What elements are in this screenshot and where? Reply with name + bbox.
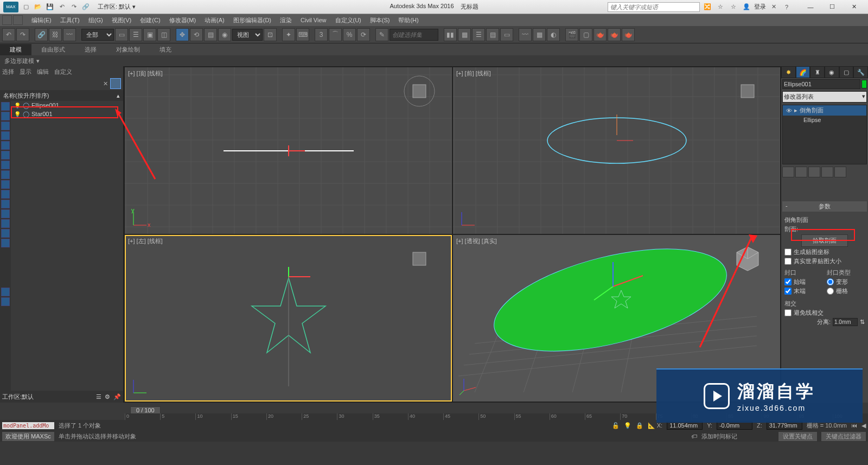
move-icon[interactable]: ✥	[176, 28, 189, 41]
pivot-icon[interactable]: ⊡	[264, 28, 277, 41]
select-region-icon[interactable]: ▣	[143, 28, 156, 41]
user-icon[interactable]: 👤	[741, 2, 752, 12]
maxscript-mini-listener[interactable]: modPanel.addMo	[2, 422, 54, 429]
real-world-checkbox[interactable]	[784, 258, 792, 265]
comm-center-icon[interactable]: 🔀	[702, 2, 713, 12]
se-object-list[interactable]: 💡 ◯ Ellipse001 💡 ◯ Star001	[11, 101, 123, 391]
placement-icon[interactable]: ◉	[218, 28, 231, 41]
render-setup-icon[interactable]: 🎬	[565, 28, 578, 41]
filter-icon[interactable]	[1, 112, 10, 120]
save-icon[interactable]: 💾	[44, 2, 55, 12]
modify-tab-icon[interactable]: 🌈	[796, 66, 810, 78]
filter-icon[interactable]	[1, 288, 10, 296]
viewport-left[interactable]: [+] [左] [线框]	[125, 235, 452, 402]
filter-icon[interactable]	[1, 141, 10, 150]
ribbon-icon[interactable]: ▭	[500, 28, 513, 41]
spinner-snap-icon[interactable]: ⟳	[357, 28, 370, 41]
utilities-tab-icon[interactable]: 🔧	[853, 66, 868, 78]
isolate-icon[interactable]: 💡	[624, 422, 631, 429]
lightbulb-icon[interactable]: 💡	[14, 111, 21, 117]
menu-view[interactable]: 视图(V)	[107, 16, 136, 24]
manipulate-icon[interactable]: ✦	[282, 28, 295, 41]
viewcube[interactable]	[403, 75, 436, 107]
undo-icon[interactable]: ↶	[2, 28, 15, 41]
layer-explorer-icon[interactable]: ▤	[486, 28, 499, 41]
cap-morph-radio[interactable]	[827, 278, 834, 285]
ribbon-tab-populate[interactable]: 填充	[150, 44, 181, 55]
schematic-icon[interactable]: ▦	[533, 28, 546, 41]
rotate-icon[interactable]: ⟲	[190, 28, 203, 41]
menu-graph-editors[interactable]: 图形编辑器(D)	[229, 16, 276, 24]
key-filters-button[interactable]: 关键点过滤器	[821, 432, 866, 441]
link-icon[interactable]: 🔗	[80, 2, 91, 12]
menu-modifiers[interactable]: 修改器(M)	[165, 16, 201, 24]
help-icon[interactable]: ?	[781, 2, 792, 12]
filter-icon[interactable]	[1, 190, 10, 199]
layers-icon[interactable]: ☰	[472, 28, 485, 41]
menu-edit[interactable]: 编辑(E)	[27, 16, 56, 24]
motion-tab-icon[interactable]: ◉	[825, 66, 839, 78]
named-selection-set-input[interactable]	[390, 29, 438, 41]
chevron-down-icon[interactable]: ▾	[36, 58, 40, 65]
pin-icon[interactable]: 📌	[113, 393, 121, 400]
playback-start-icon[interactable]: ⏮	[851, 422, 857, 429]
filter-icon[interactable]	[1, 297, 10, 306]
eye-icon[interactable]: 👁	[786, 107, 792, 114]
layers-icon[interactable]: ☰	[96, 393, 101, 400]
viewport-top[interactable]: [+] [顶] [线框] xy	[125, 67, 452, 234]
modifier-item[interactable]: 👁▸ 倒角剖面	[783, 105, 866, 116]
cap-end-checkbox[interactable]	[784, 288, 792, 295]
object-color-swatch[interactable]	[861, 80, 867, 88]
new-icon[interactable]: ▢	[21, 2, 31, 12]
time-tag-icon[interactable]: 🏷	[691, 433, 697, 439]
viewport-label[interactable]: [+] [透视] [真实]	[456, 237, 497, 245]
menu-civil-view[interactable]: Civil View	[296, 17, 330, 23]
viewport-label[interactable]: [+] [前] [线框]	[456, 69, 491, 78]
set-key-button[interactable]: 设置关键点	[778, 432, 817, 441]
filter-icon[interactable]	[1, 180, 10, 189]
hierarchy-tab-icon[interactable]: ♜	[810, 66, 825, 78]
se-tab-edit[interactable]: 编辑	[37, 68, 49, 76]
object-name-field[interactable]	[782, 79, 860, 89]
app-logo[interactable]: MAX	[3, 2, 18, 12]
se-tab-select[interactable]: 选择	[2, 68, 14, 76]
separation-spinner[interactable]	[833, 318, 858, 326]
link-icon[interactable]: 🔗	[35, 28, 48, 41]
gear-icon[interactable]: ⚙	[105, 393, 110, 400]
ribbon-tab-modeling[interactable]: 建模	[0, 44, 31, 55]
spinner-arrows-icon[interactable]: ⇅	[860, 319, 865, 326]
select-name-icon[interactable]: ☰	[129, 28, 142, 41]
redo-icon[interactable]: ↷	[16, 28, 29, 41]
pin-stack-icon[interactable]	[782, 167, 794, 177]
menu-animation[interactable]: 动画(A)	[200, 16, 229, 24]
minimize-button[interactable]: —	[800, 1, 821, 14]
viewport-front[interactable]: [+] [前] [线框]	[453, 67, 780, 234]
filter-icon[interactable]	[1, 131, 10, 140]
maximize-button[interactable]: ☐	[821, 1, 843, 14]
undo-icon[interactable]: ↶	[56, 2, 67, 12]
viewcube[interactable]	[731, 243, 764, 275]
show-end-result-icon[interactable]	[795, 167, 807, 177]
unlink-icon[interactable]: ⛓	[49, 28, 62, 41]
window-crossing-icon[interactable]: ◫	[157, 28, 170, 41]
align-icon[interactable]: ▦	[458, 28, 471, 41]
ribbon-panel-label[interactable]: 多边形建模	[4, 57, 34, 65]
render-icon[interactable]: 🫖	[593, 28, 607, 41]
create-tab-icon[interactable]: ✸	[781, 66, 796, 78]
bind-spacewarp-icon[interactable]: 〰	[63, 28, 76, 41]
list-item[interactable]: 💡 ◯ Ellipse001	[11, 101, 123, 110]
gen-mapping-checkbox[interactable]	[784, 249, 792, 256]
mirror-icon[interactable]: ▮▮	[444, 28, 457, 41]
viewport-label[interactable]: [+] [顶] [线框]	[128, 69, 163, 78]
open-icon[interactable]: 📂	[33, 2, 43, 12]
menu-scripts[interactable]: 脚本(S)	[366, 16, 394, 24]
pick-profile-button[interactable]: 拾取剖面	[801, 234, 848, 247]
ribbon-tab-objectpaint[interactable]: 对象绘制	[106, 44, 150, 55]
cap-start-checkbox[interactable]	[784, 278, 792, 285]
view-toggle-icon[interactable]	[110, 78, 121, 89]
selection-lock-icon[interactable]: 🔒	[636, 422, 643, 429]
scale-icon[interactable]: ▤	[204, 28, 217, 41]
filter-icon[interactable]	[1, 200, 10, 208]
workspace-label[interactable]: 工作区:默认	[2, 393, 34, 401]
filter-icon[interactable]	[1, 122, 10, 130]
